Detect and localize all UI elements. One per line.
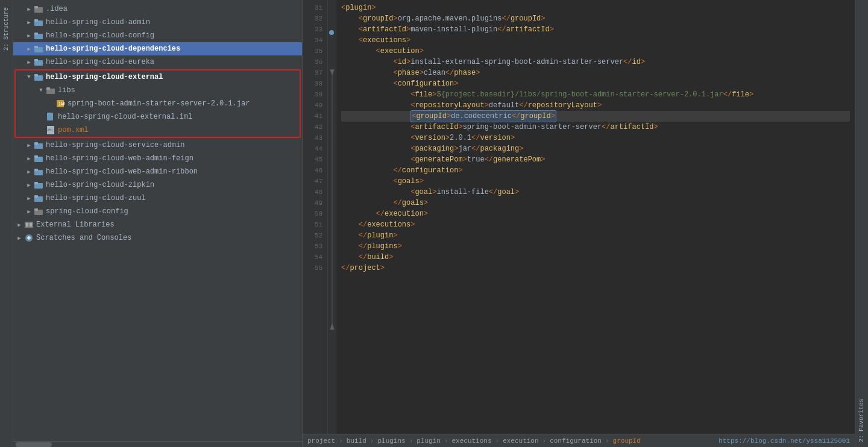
item-label-jar: spring-boot-admin-starter-server-2.0.1.j… — [68, 99, 250, 108]
jar-icon: JAR — [55, 99, 65, 108]
svg-rect-21 — [34, 142, 38, 145]
arrow-icon — [25, 73, 33, 81]
folder-icon — [34, 57, 43, 67]
tree-item-web-ribbon[interactable]: hello-spring-cloud-web-admin-ribbon — [13, 165, 302, 178]
arrow-icon — [16, 234, 23, 242]
tree-item-spring-cloud-config[interactable]: spring-cloud-config — [13, 205, 302, 218]
right-tab-bar: 2: Favorites — [855, 0, 868, 447]
arrow-icon — [25, 45, 33, 52]
svg-text:XML: XML — [47, 128, 54, 132]
tree-item-pom[interactable]: XML pom.xml — [16, 123, 300, 137]
code-line-42: <artifactId>spring-boot-admin-starter-se… — [341, 122, 850, 133]
folder-icon — [34, 4, 43, 14]
code-line-55: </project> — [341, 263, 850, 274]
tree-item-admin[interactable]: hello-spring-cloud-admin — [13, 16, 302, 29]
arrow-icon — [25, 32, 33, 39]
code-line-35: <execution> — [341, 46, 850, 57]
code-text-area[interactable]: <plugin> <groupId>org.apache.maven.plugi… — [336, 0, 855, 434]
code-line-37: <phase>clean</phase> — [341, 67, 850, 78]
arrow-icon — [25, 208, 33, 215]
tree-item-iml[interactable]: hello-spring-cloud-external.iml — [16, 110, 300, 123]
sep6: › — [542, 437, 547, 445]
item-label-zuul: hello-spring-cloud-zuul — [46, 194, 146, 202]
tree-item-external[interactable]: hello-spring-cloud-external — [16, 70, 300, 84]
svg-text:JAR: JAR — [58, 102, 65, 107]
code-line-36: <id>install-external-spring-boot-admin-s… — [341, 57, 850, 67]
svg-rect-29 — [34, 195, 38, 198]
tree-item-zipkin[interactable]: hello-spring-cloud-zipkin — [13, 178, 302, 192]
svg-rect-7 — [34, 46, 38, 48]
folder-icon — [34, 193, 43, 203]
gutter — [328, 0, 336, 434]
item-label-zipkin: hello-spring-cloud-zipkin — [46, 181, 154, 189]
breadcrumb-plugin: plugin — [417, 437, 441, 445]
arrow-icon — [25, 181, 33, 189]
tree-item-service-admin[interactable]: hello-spring-cloud-service-admin — [13, 139, 302, 152]
svg-rect-5 — [34, 33, 38, 35]
sep4: › — [444, 437, 448, 445]
arrow-icon — [16, 221, 23, 228]
left-tab-bar: 2: Structure — [0, 0, 13, 447]
folder-icon — [34, 154, 43, 163]
tree-item-eureka[interactable]: hello-spring-cloud-eureka — [13, 55, 302, 69]
item-label-iml: hello-spring-cloud-external.iml — [58, 113, 192, 121]
code-line-47: <goals> — [341, 176, 850, 187]
code-line-54: </build> — [341, 252, 850, 263]
sidebar-scrollbar-thumb[interactable] — [16, 442, 52, 447]
svg-rect-11 — [34, 74, 38, 77]
tree-item-web-feign[interactable]: hello-spring-cloud-web-admin-feign — [13, 152, 302, 165]
tree-item-zuul[interactable]: hello-spring-cloud-zuul — [13, 192, 302, 205]
url-display[interactable]: https://blog.csdn.net/yssa1125001 — [719, 437, 850, 445]
status-bar: project › build › plugins › plugin › exe… — [303, 434, 855, 447]
favorites-tab[interactable]: 2: Favorites — [856, 394, 867, 447]
sep3: › — [409, 437, 414, 445]
arrow-icon — [25, 5, 33, 13]
code-line-48: <goal>install-file</goal> — [341, 187, 850, 198]
ext-libs-icon — [24, 220, 34, 230]
folder-icon — [34, 17, 43, 27]
tree-item-jar[interactable]: JAR spring-boot-admin-starter-server-2.0… — [16, 97, 300, 110]
svg-rect-27 — [34, 182, 38, 184]
code-line-34: <executions> — [341, 35, 850, 46]
arrow-icon — [25, 142, 33, 149]
code-line-41: <groupId>de.codecentric</groupId> — [341, 111, 850, 122]
svg-rect-13 — [46, 87, 50, 90]
breadcrumb-plugins: plugins — [377, 437, 405, 445]
structure-tab[interactable]: 2: Structure — [1, 2, 12, 55]
svg-rect-1 — [34, 6, 38, 8]
svg-rect-33 — [26, 223, 28, 227]
code-content: 31 32 33 34 35 36 37 38 39 40 41 42 43 4… — [303, 0, 855, 434]
item-label-idea: .idea — [46, 5, 68, 13]
xml-icon: XML — [46, 125, 55, 135]
line-numbers: 31 32 33 34 35 36 37 38 39 40 41 42 43 4… — [303, 0, 328, 434]
tree-item-libs[interactable]: libs — [16, 84, 300, 97]
tree-item-config[interactable]: hello-spring-cloud-config — [13, 29, 302, 42]
sidebar-tree: .idea hello-spring-cloud-admin hello-spr… — [13, 0, 302, 441]
breadcrumb-execution: execution — [503, 437, 538, 445]
svg-rect-25 — [34, 169, 38, 171]
tree-item-scratches[interactable]: Scratches and Consoles — [13, 231, 302, 245]
code-line-50: </execution> — [341, 208, 850, 219]
code-line-38: <configuration> — [341, 78, 850, 89]
scratches-icon — [24, 233, 34, 243]
code-line-49: </goals> — [341, 198, 850, 208]
breadcrumb-build: build — [347, 437, 366, 445]
folder-icon — [34, 31, 43, 40]
tree-item-ext-libs[interactable]: External Libraries — [13, 218, 302, 231]
item-label-web-feign: hello-spring-cloud-web-admin-feign — [46, 154, 193, 163]
item-label-eureka: hello-spring-cloud-eureka — [46, 58, 154, 66]
sep2: › — [370, 437, 374, 445]
arrow-icon — [25, 195, 33, 202]
tree-item-dependencies[interactable]: hello-spring-cloud-dependencies — [13, 42, 302, 55]
tree-item-idea[interactable]: .idea — [13, 2, 302, 16]
sidebar-scrollbar[interactable] — [13, 441, 302, 447]
arrow-icon — [25, 155, 33, 162]
code-line-40: <repositoryLayout>default</repositoryLay… — [341, 100, 850, 111]
item-label-ext-libs: External Libraries — [36, 220, 115, 229]
item-label-web-ribbon: hello-spring-cloud-web-admin-ribbon — [46, 167, 198, 176]
code-panel: 31 32 33 34 35 36 37 38 39 40 41 42 43 4… — [303, 0, 855, 447]
svg-marker-39 — [330, 69, 335, 75]
project-sidebar: .idea hello-spring-cloud-admin hello-spr… — [13, 0, 303, 447]
svg-rect-23 — [34, 155, 38, 158]
svg-rect-9 — [34, 59, 38, 61]
